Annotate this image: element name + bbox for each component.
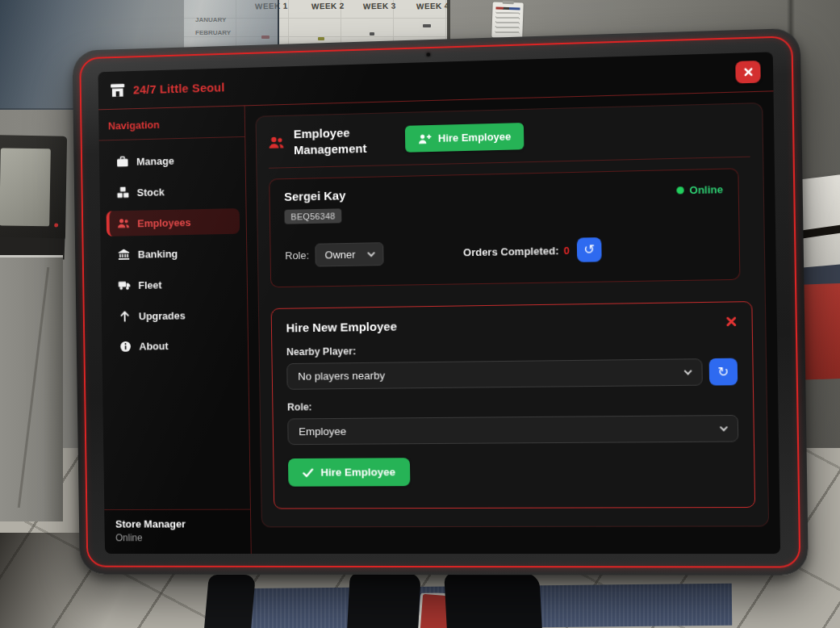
employee-card-header: Sergei Kay BEQ56348 Online <box>284 180 724 224</box>
sidebar-item-label: Upgrades <box>139 309 186 322</box>
hire-panel-title: Hire New Employee <box>286 320 396 335</box>
arrow-up-icon <box>119 310 132 323</box>
player-leg <box>347 573 421 628</box>
users-icon <box>117 217 130 230</box>
close-icon <box>743 67 753 77</box>
sidebar-nav: Manage Stock <box>99 137 249 368</box>
orders-completed-label: Orders Completed: <box>463 245 559 258</box>
sidebar-item-stock[interactable]: Stock <box>106 178 240 206</box>
rotate-left-icon: ↺ <box>583 243 595 256</box>
whiteboard-week-label: WEEK 2 <box>311 2 345 11</box>
nearby-player-value: No players nearby <box>298 370 385 383</box>
tablet-camera <box>424 51 432 58</box>
whiteboard-week-label: WEEK 4 <box>416 2 449 11</box>
whiteboard-mark <box>370 32 374 36</box>
hire-employee-button-label: Hire Employee <box>438 130 512 144</box>
main-content: Employee Management Hire Employee <box>245 91 781 554</box>
sidebar-item-label: About <box>139 340 168 352</box>
wall-notice <box>491 2 524 38</box>
hire-role-label: Role: <box>287 398 738 413</box>
sidebar-item-employees[interactable]: Employees <box>107 208 240 237</box>
hire-panel-header: Hire New Employee <box>286 315 737 335</box>
sidebar-item-label: Employees <box>137 216 190 229</box>
storefront-icon <box>110 83 125 98</box>
boxes-icon <box>117 186 130 199</box>
sidebar-item-label: Stock <box>137 186 165 198</box>
orders-completed-value: 0 <box>563 244 570 256</box>
crt-led <box>54 224 58 228</box>
online-dot-icon <box>676 186 683 194</box>
refresh-players-button[interactable]: ↻ <box>709 358 738 386</box>
store-manager-name: Store Manager <box>115 518 240 530</box>
sidebar-footer: Store Manager Online <box>104 509 250 554</box>
sidebar-heading: Navigation <box>98 106 244 140</box>
sidebar: Navigation Manage <box>98 106 252 554</box>
tablet-device: 24/7 Little Seoul Navigation <box>73 28 809 576</box>
orders-completed-group: Orders Completed: 0 ↺ <box>463 237 602 264</box>
chevron-down-icon <box>720 423 728 431</box>
app-close-button[interactable] <box>735 61 760 83</box>
sidebar-item-label: Fleet <box>138 278 161 291</box>
hire-employee-submit-label: Hire Employee <box>320 466 395 478</box>
sidebar-item-upgrades[interactable]: Upgrades <box>107 302 241 329</box>
store-manager-status: Online <box>115 532 240 543</box>
online-status-label: Online <box>689 183 723 196</box>
crt-screen <box>0 148 51 226</box>
whiteboard-mark <box>318 37 324 40</box>
notice-header-stripe <box>495 6 520 10</box>
hire-panel-close-button[interactable] <box>726 316 738 327</box>
scene: WEEK 1 WEEK 2 WEEK 3 WEEK 4 JANUARY FEBR… <box>0 0 840 628</box>
nearby-player-label: Nearby Player: <box>286 341 738 358</box>
employee-card-footer: Role: Owner Orders Completed: 0 ↺ <box>285 235 724 267</box>
notice-text-lines <box>495 11 520 35</box>
hire-employee-submit-button[interactable]: Hire Employee <box>288 458 410 487</box>
check-icon <box>303 467 314 477</box>
employee-management-panel: Employee Management Hire Employee <box>255 103 769 527</box>
sidebar-item-fleet[interactable]: Fleet <box>107 270 241 298</box>
employee-name: Sergei Kay <box>284 188 345 203</box>
nearby-player-select[interactable]: No players nearby <box>286 358 703 390</box>
hire-role-value: Employee <box>299 425 346 438</box>
sidebar-item-label: Manage <box>136 154 174 167</box>
chevron-down-icon <box>367 249 375 257</box>
crt-monitor <box>0 135 67 241</box>
page-title: Employee Management <box>294 124 396 157</box>
refresh-icon: ↻ <box>717 365 729 378</box>
app-body: Navigation Manage <box>98 91 780 554</box>
reset-orders-button[interactable]: ↺ <box>577 237 602 262</box>
chevron-down-icon <box>684 367 692 375</box>
employee-role-select[interactable]: Owner <box>316 242 384 266</box>
panel-header: Employee Management Hire Employee <box>268 115 750 158</box>
info-icon <box>119 341 132 353</box>
sidebar-item-about[interactable]: About <box>108 333 242 359</box>
status-badge: Online <box>676 183 723 197</box>
sidebar-item-manage[interactable]: Manage <box>106 146 240 174</box>
role-label: Role: <box>285 249 309 261</box>
hire-new-employee-panel: Hire New Employee Nearby Player: <box>271 301 756 509</box>
employee-card: Sergei Kay BEQ56348 Online Role: <box>269 168 740 287</box>
employee-id-badge: BEQ56348 <box>284 208 341 224</box>
sidebar-item-label: Banking <box>138 247 178 260</box>
truck-icon <box>118 278 131 291</box>
employee-role-value: Owner <box>325 248 356 261</box>
nearby-player-row: No players nearby ↻ <box>286 358 738 390</box>
store-app-window: 24/7 Little Seoul Navigation <box>98 52 780 554</box>
whiteboard-week-label: WEEK 3 <box>363 2 396 11</box>
player-leg <box>204 575 256 628</box>
briefcase-icon <box>116 155 129 168</box>
app-title: 24/7 Little Seoul <box>133 80 225 96</box>
user-plus-icon <box>418 132 432 144</box>
panel-divider <box>269 157 750 169</box>
users-icon <box>268 134 284 150</box>
hire-employee-button[interactable]: Hire Employee <box>405 123 524 153</box>
player-leg <box>444 573 542 628</box>
hire-role-select[interactable]: Employee <box>287 415 738 445</box>
whiteboard-mark <box>423 24 431 27</box>
sidebar-item-banking[interactable]: Banking <box>107 240 240 268</box>
bank-icon <box>118 248 131 261</box>
